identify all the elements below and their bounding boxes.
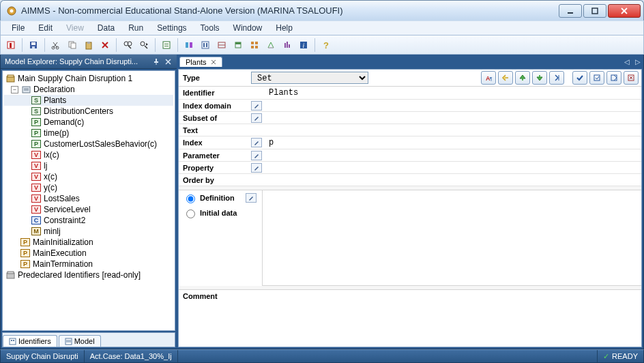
- tree-root[interactable]: Main Supply Chain Disruption 1: [4, 73, 173, 84]
- toolbar-btn-b4[interactable]: [231, 38, 246, 53]
- toolbar-btn-b1[interactable]: [181, 38, 196, 53]
- paste-icon[interactable]: [81, 38, 96, 53]
- panel-close-icon[interactable]: [163, 57, 173, 66]
- index-domain-value[interactable]: [266, 105, 641, 106]
- find-next-icon[interactable]: [136, 38, 151, 53]
- tab-model[interactable]: Model: [59, 335, 101, 347]
- info-icon[interactable]: i: [296, 38, 311, 53]
- tab-scroll-right-icon[interactable]: ▷: [632, 58, 643, 66]
- action-button-2[interactable]: [606, 71, 621, 85]
- save-icon[interactable]: [26, 38, 41, 53]
- menu-settings[interactable]: Settings: [150, 22, 193, 34]
- menu-file[interactable]: File: [5, 22, 31, 34]
- model-tree[interactable]: Main Supply Chain Disruption 1 − Declara…: [3, 71, 175, 282]
- tree-item[interactable]: Vx(c): [4, 171, 173, 182]
- edit-definition-button[interactable]: [246, 193, 257, 203]
- tree-item-label: minlj: [44, 227, 61, 236]
- tree-item[interactable]: SPlants: [4, 95, 173, 106]
- tree-item[interactable]: VServiceLevel: [4, 204, 173, 215]
- close-button[interactable]: [608, 4, 641, 18]
- document-tab-plants[interactable]: Plants: [179, 57, 222, 67]
- collapse-icon[interactable]: −: [11, 86, 18, 93]
- toolbar-btn-b6[interactable]: [263, 38, 278, 53]
- svg-rect-64: [11, 340, 12, 341]
- tree-predeclared[interactable]: Predeclared Identifiers [read-only]: [4, 270, 173, 280]
- toolbar-btn-1[interactable]: [3, 38, 18, 53]
- tree-procedure[interactable]: PMainExecution: [4, 248, 173, 259]
- toolbar-btn-a[interactable]: [159, 38, 174, 53]
- menu-view[interactable]: View: [59, 22, 91, 34]
- svg-text:i: i: [303, 42, 305, 49]
- tab-identifiers[interactable]: Identifiers: [3, 335, 57, 347]
- menu-edit[interactable]: Edit: [31, 22, 59, 34]
- type-select[interactable]: Set: [251, 72, 368, 84]
- menu-data[interactable]: Data: [91, 22, 121, 34]
- pin-icon[interactable]: [151, 57, 161, 66]
- tree-item[interactable]: Ptime(p): [4, 128, 173, 139]
- tree-item[interactable]: CConstraint2: [4, 215, 173, 226]
- copy-icon[interactable]: [65, 38, 80, 53]
- nav-first-button[interactable]: [498, 71, 513, 85]
- nav-last-button[interactable]: [549, 71, 564, 85]
- toolbar-btn-b7[interactable]: [280, 38, 295, 53]
- index-value[interactable]: p: [266, 137, 641, 148]
- toolbar-btn-b5[interactable]: [247, 38, 262, 53]
- section-icon: [21, 85, 31, 93]
- identifier-value[interactable]: Plants: [266, 87, 641, 98]
- tree-item[interactable]: PCustomerLostSalesBehavior(c): [4, 139, 173, 149]
- edit-index-button[interactable]: [251, 138, 262, 147]
- tab-scroll-left-icon[interactable]: ◁: [621, 58, 632, 66]
- menu-run[interactable]: Run: [121, 22, 150, 34]
- wizard-button[interactable]: A¶: [481, 71, 496, 85]
- definition-textarea[interactable]: [262, 190, 641, 286]
- edit-property-button[interactable]: [251, 163, 262, 173]
- edit-index-domain-button[interactable]: [251, 101, 262, 111]
- definition-radio[interactable]: [186, 194, 195, 203]
- find-icon[interactable]: [120, 38, 135, 53]
- prop-type-label: Type: [179, 74, 251, 82]
- check-button[interactable]: [572, 71, 587, 85]
- help-icon[interactable]: ?: [319, 38, 334, 53]
- minimize-button[interactable]: [559, 4, 582, 18]
- subset-value[interactable]: [266, 117, 641, 119]
- text-value[interactable]: [266, 130, 641, 131]
- menu-help[interactable]: Help: [269, 22, 299, 34]
- edit-parameter-button[interactable]: [251, 151, 262, 160]
- tree-procedure[interactable]: PMainTermination: [4, 259, 173, 270]
- tree-item[interactable]: SDistributionCenters: [4, 106, 173, 117]
- action-button-3[interactable]: [624, 71, 639, 85]
- property-value[interactable]: [266, 167, 641, 169]
- svg-rect-29: [186, 42, 188, 48]
- toolbar-btn-b3[interactable]: [214, 38, 229, 53]
- toolbar-btn-b2[interactable]: [198, 38, 213, 53]
- edit-subset-button[interactable]: [251, 113, 262, 123]
- procedure-icon: P: [20, 238, 30, 246]
- menu-tools[interactable]: Tools: [194, 22, 226, 34]
- tree-item[interactable]: Vlx(c): [4, 149, 173, 160]
- parameter-value[interactable]: [266, 155, 641, 156]
- tree-item[interactable]: Vlj: [4, 160, 173, 171]
- comment-textarea[interactable]: [251, 290, 641, 308]
- delete-icon[interactable]: [98, 38, 113, 53]
- order-by-value[interactable]: [266, 179, 641, 181]
- tree-item[interactable]: PDemand(c): [4, 117, 173, 128]
- tree-item[interactable]: Mminlj: [4, 226, 173, 237]
- nav-up-button[interactable]: [515, 71, 530, 85]
- tree-declaration[interactable]: − Declaration: [4, 84, 173, 95]
- svg-rect-18: [87, 42, 90, 44]
- document-tab-bar: Plants ◁ ▷: [177, 55, 643, 69]
- prop-definition-label: Definition: [200, 194, 235, 202]
- maximize-button[interactable]: [583, 4, 606, 18]
- tree-item[interactable]: Vy(c): [4, 182, 173, 193]
- nav-down-button[interactable]: [532, 71, 547, 85]
- tree-item-label: y(c): [44, 183, 57, 192]
- cut-icon[interactable]: [48, 38, 63, 53]
- action-button-1[interactable]: [589, 71, 604, 85]
- menu-window[interactable]: Window: [226, 22, 269, 34]
- initial-data-radio[interactable]: [186, 209, 195, 218]
- svg-rect-57: [8, 75, 14, 77]
- tab-close-icon[interactable]: [211, 58, 216, 66]
- svg-rect-46: [287, 42, 288, 48]
- tree-procedure[interactable]: PMainInitialization: [4, 237, 173, 248]
- tree-item[interactable]: VLostSales: [4, 193, 173, 204]
